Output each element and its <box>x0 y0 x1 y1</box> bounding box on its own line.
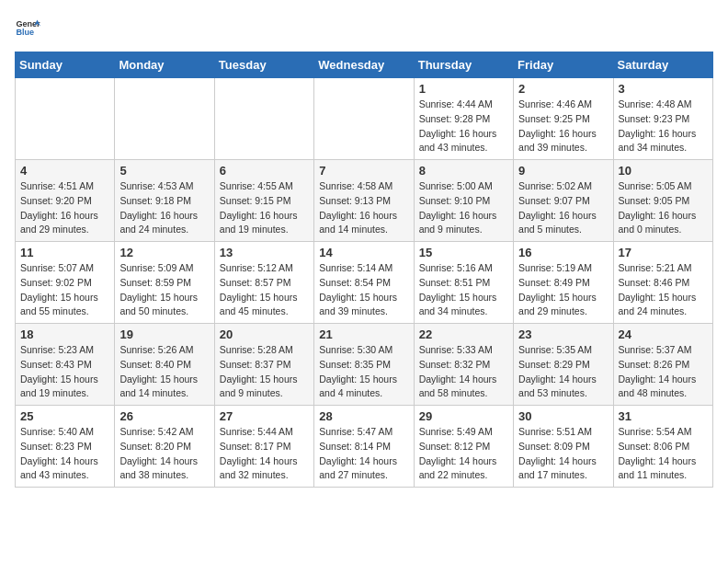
day-number: 5 <box>119 164 209 178</box>
calendar-cell <box>16 78 115 160</box>
calendar-cell: 23Sunrise: 5:35 AM Sunset: 8:29 PM Dayli… <box>514 324 613 406</box>
day-info: Sunrise: 5:30 AM Sunset: 8:35 PM Dayligh… <box>319 343 408 401</box>
day-number: 22 <box>419 327 508 341</box>
day-info: Sunrise: 5:54 AM Sunset: 8:06 PM Dayligh… <box>619 425 708 483</box>
logo-icon: General Blue <box>15 15 40 40</box>
day-number: 14 <box>319 246 408 259</box>
day-number: 19 <box>119 327 209 341</box>
calendar-cell: 14Sunrise: 5:14 AM Sunset: 8:54 PM Dayli… <box>314 242 414 324</box>
day-number: 13 <box>220 246 309 259</box>
day-info: Sunrise: 5:51 AM Sunset: 8:09 PM Dayligh… <box>518 425 608 483</box>
day-info: Sunrise: 5:14 AM Sunset: 8:54 PM Dayligh… <box>319 261 408 319</box>
day-number: 28 <box>319 409 408 423</box>
calendar-cell: 30Sunrise: 5:51 AM Sunset: 8:09 PM Dayli… <box>514 406 613 488</box>
day-number: 27 <box>220 409 309 423</box>
calendar-cell: 20Sunrise: 5:28 AM Sunset: 8:37 PM Dayli… <box>214 324 313 406</box>
day-number: 29 <box>419 409 508 423</box>
day-info: Sunrise: 4:44 AM Sunset: 9:28 PM Dayligh… <box>419 98 508 155</box>
calendar-cell: 28Sunrise: 5:47 AM Sunset: 8:14 PM Dayli… <box>314 406 414 488</box>
calendar-cell: 27Sunrise: 5:44 AM Sunset: 8:17 PM Dayli… <box>214 406 313 488</box>
day-number: 11 <box>20 246 109 259</box>
calendar-cell: 8Sunrise: 5:00 AM Sunset: 9:10 PM Daylig… <box>414 160 513 242</box>
day-info: Sunrise: 5:35 AM Sunset: 8:29 PM Dayligh… <box>518 343 608 401</box>
day-info: Sunrise: 5:47 AM Sunset: 8:14 PM Dayligh… <box>319 425 408 483</box>
calendar-cell: 7Sunrise: 4:58 AM Sunset: 9:13 PM Daylig… <box>314 160 414 242</box>
day-number: 21 <box>319 327 408 341</box>
day-info: Sunrise: 5:02 AM Sunset: 9:07 PM Dayligh… <box>518 179 608 237</box>
day-info: Sunrise: 5:16 AM Sunset: 8:51 PM Dayligh… <box>419 261 508 319</box>
calendar-table: SundayMondayTuesdayWednesdayThursdayFrid… <box>15 52 713 488</box>
day-info: Sunrise: 4:58 AM Sunset: 9:13 PM Dayligh… <box>319 179 408 237</box>
day-number: 16 <box>518 246 608 259</box>
calendar-cell: 25Sunrise: 5:40 AM Sunset: 8:23 PM Dayli… <box>16 406 115 488</box>
day-number: 1 <box>419 82 508 96</box>
day-number: 17 <box>619 246 708 259</box>
day-number: 6 <box>220 164 309 178</box>
calendar-cell: 9Sunrise: 5:02 AM Sunset: 9:07 PM Daylig… <box>514 160 613 242</box>
day-number: 23 <box>518 327 608 341</box>
day-info: Sunrise: 5:37 AM Sunset: 8:26 PM Dayligh… <box>619 343 708 401</box>
day-info: Sunrise: 5:07 AM Sunset: 9:02 PM Dayligh… <box>20 261 109 319</box>
day-number: 20 <box>220 327 309 341</box>
day-number: 30 <box>518 409 608 423</box>
calendar-cell: 11Sunrise: 5:07 AM Sunset: 9:02 PM Dayli… <box>16 242 115 324</box>
calendar-cell: 21Sunrise: 5:30 AM Sunset: 8:35 PM Dayli… <box>314 324 414 406</box>
day-number: 12 <box>119 246 209 259</box>
day-info: Sunrise: 5:05 AM Sunset: 9:05 PM Dayligh… <box>619 179 708 237</box>
calendar-cell <box>115 78 214 160</box>
day-number: 3 <box>619 82 708 96</box>
calendar-cell: 1Sunrise: 4:44 AM Sunset: 9:28 PM Daylig… <box>414 78 513 160</box>
day-info: Sunrise: 5:26 AM Sunset: 8:40 PM Dayligh… <box>119 343 209 401</box>
svg-text:Blue: Blue <box>16 28 34 37</box>
calendar-cell: 15Sunrise: 5:16 AM Sunset: 8:51 PM Dayli… <box>414 242 513 324</box>
day-info: Sunrise: 5:44 AM Sunset: 8:17 PM Dayligh… <box>220 425 309 483</box>
day-number: 24 <box>619 327 708 341</box>
calendar-cell: 2Sunrise: 4:46 AM Sunset: 9:25 PM Daylig… <box>514 78 613 160</box>
day-info: Sunrise: 5:12 AM Sunset: 8:57 PM Dayligh… <box>220 261 309 319</box>
weekday-header-sunday: Sunday <box>16 52 115 78</box>
day-info: Sunrise: 5:40 AM Sunset: 8:23 PM Dayligh… <box>20 425 109 483</box>
day-number: 18 <box>20 327 109 341</box>
day-number: 15 <box>419 246 508 259</box>
weekday-header-wednesday: Wednesday <box>314 52 414 78</box>
day-number: 10 <box>619 164 708 178</box>
day-info: Sunrise: 5:33 AM Sunset: 8:32 PM Dayligh… <box>419 343 508 401</box>
day-info: Sunrise: 4:46 AM Sunset: 9:25 PM Dayligh… <box>518 98 608 155</box>
day-info: Sunrise: 4:51 AM Sunset: 9:20 PM Dayligh… <box>20 179 109 237</box>
weekday-header-friday: Friday <box>514 52 613 78</box>
day-info: Sunrise: 4:53 AM Sunset: 9:18 PM Dayligh… <box>119 179 209 237</box>
day-info: Sunrise: 4:48 AM Sunset: 9:23 PM Dayligh… <box>619 98 708 155</box>
day-info: Sunrise: 5:23 AM Sunset: 8:43 PM Dayligh… <box>20 343 109 401</box>
calendar-cell: 24Sunrise: 5:37 AM Sunset: 8:26 PM Dayli… <box>613 324 712 406</box>
calendar-cell: 19Sunrise: 5:26 AM Sunset: 8:40 PM Dayli… <box>115 324 214 406</box>
calendar-cell: 12Sunrise: 5:09 AM Sunset: 8:59 PM Dayli… <box>115 242 214 324</box>
calendar-cell: 10Sunrise: 5:05 AM Sunset: 9:05 PM Dayli… <box>613 160 712 242</box>
calendar-cell: 4Sunrise: 4:51 AM Sunset: 9:20 PM Daylig… <box>16 160 115 242</box>
day-info: Sunrise: 5:21 AM Sunset: 8:46 PM Dayligh… <box>619 261 708 319</box>
day-info: Sunrise: 5:42 AM Sunset: 8:20 PM Dayligh… <box>119 425 209 483</box>
calendar-cell: 13Sunrise: 5:12 AM Sunset: 8:57 PM Dayli… <box>214 242 313 324</box>
day-number: 4 <box>20 164 109 178</box>
weekday-header-thursday: Thursday <box>414 52 513 78</box>
calendar-cell: 18Sunrise: 5:23 AM Sunset: 8:43 PM Dayli… <box>16 324 115 406</box>
day-info: Sunrise: 5:00 AM Sunset: 9:10 PM Dayligh… <box>419 179 508 237</box>
day-info: Sunrise: 5:49 AM Sunset: 8:12 PM Dayligh… <box>419 425 508 483</box>
day-number: 26 <box>119 409 209 423</box>
day-info: Sunrise: 5:09 AM Sunset: 8:59 PM Dayligh… <box>119 261 209 319</box>
calendar-cell: 29Sunrise: 5:49 AM Sunset: 8:12 PM Dayli… <box>414 406 513 488</box>
calendar-cell: 3Sunrise: 4:48 AM Sunset: 9:23 PM Daylig… <box>613 78 712 160</box>
calendar-cell: 6Sunrise: 4:55 AM Sunset: 9:15 PM Daylig… <box>214 160 313 242</box>
calendar-cell: 17Sunrise: 5:21 AM Sunset: 8:46 PM Dayli… <box>613 242 712 324</box>
calendar-cell <box>314 78 414 160</box>
calendar-cell: 22Sunrise: 5:33 AM Sunset: 8:32 PM Dayli… <box>414 324 513 406</box>
page-header: General Blue <box>15 15 713 40</box>
calendar-cell: 5Sunrise: 4:53 AM Sunset: 9:18 PM Daylig… <box>115 160 214 242</box>
calendar-cell <box>214 78 313 160</box>
day-number: 9 <box>518 164 608 178</box>
day-number: 2 <box>518 82 608 96</box>
weekday-header-tuesday: Tuesday <box>214 52 313 78</box>
day-info: Sunrise: 5:28 AM Sunset: 8:37 PM Dayligh… <box>220 343 309 401</box>
weekday-header-monday: Monday <box>115 52 214 78</box>
day-info: Sunrise: 5:19 AM Sunset: 8:49 PM Dayligh… <box>518 261 608 319</box>
calendar-cell: 26Sunrise: 5:42 AM Sunset: 8:20 PM Dayli… <box>115 406 214 488</box>
